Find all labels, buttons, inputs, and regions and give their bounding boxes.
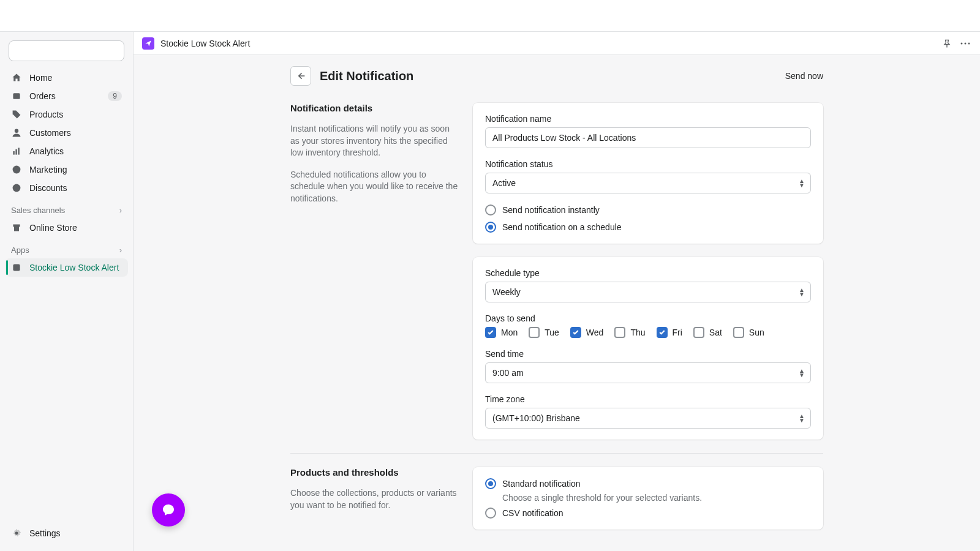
checkbox[interactable]: [733, 327, 744, 338]
radio-label: Send notification on a schedule: [502, 222, 622, 232]
send-time-select[interactable]: 9:00 am: [485, 362, 811, 383]
card-products: Standard notification Choose a single th…: [473, 467, 823, 530]
back-button[interactable]: [290, 66, 311, 86]
timezone-select[interactable]: (GMT+10:00) Brisbane: [485, 408, 811, 429]
gear-icon: [11, 528, 22, 539]
sidebar-item-discounts[interactable]: Discounts: [5, 179, 128, 197]
field-label: Schedule type: [485, 268, 811, 278]
app-logo-icon: [142, 37, 154, 50]
day-label: Sun: [749, 328, 764, 337]
sidebar-item-customers[interactable]: Customers: [5, 124, 128, 142]
day-label: Tue: [545, 328, 559, 337]
svg-rect-2: [13, 151, 14, 155]
sidebar-item-label: Settings: [29, 528, 61, 538]
field-label: Notification name: [485, 114, 811, 124]
schedule-type-select[interactable]: Weekly: [485, 282, 811, 302]
app-header: Stockie Low Stock Alert: [134, 32, 980, 55]
day-label: Mon: [501, 328, 518, 337]
checkbox[interactable]: [570, 327, 581, 338]
checkbox[interactable]: [529, 327, 540, 338]
section-description: Choose the collections, products or vari…: [290, 487, 458, 511]
sidebar-item-label: Analytics: [29, 146, 64, 156]
sidebar-item-label: Discounts: [29, 183, 67, 193]
section-description: Instant notifications will notify you as…: [290, 123, 458, 159]
sidebar-item-stockie-app[interactable]: Stockie Low Stock Alert: [5, 258, 128, 277]
day-checkbox-sat[interactable]: Sat: [693, 327, 722, 338]
day-checkbox-sun[interactable]: Sun: [733, 327, 764, 338]
divider: [290, 453, 823, 454]
sidebar-item-label: Products: [29, 110, 63, 119]
discount-icon: [11, 182, 22, 193]
sidebar-item-settings[interactable]: Settings: [5, 524, 128, 542]
field-label: Days to send: [485, 313, 811, 323]
chat-fab[interactable]: [152, 493, 185, 527]
more-icon[interactable]: [959, 37, 971, 50]
notification-status-select[interactable]: Active: [485, 173, 811, 193]
section-apps[interactable]: Apps ›: [5, 237, 128, 258]
card-schedule: Schedule type Weekly ▲▼ Days to send Mon…: [473, 257, 823, 440]
day-checkbox-thu[interactable]: Thu: [614, 327, 645, 338]
checkbox[interactable]: [485, 327, 496, 338]
radio-standard-notification[interactable]: [485, 478, 496, 489]
checkbox[interactable]: [614, 327, 625, 338]
day-checkbox-mon[interactable]: Mon: [485, 327, 518, 338]
orders-icon: [11, 91, 22, 102]
svg-point-5: [13, 166, 21, 174]
radio-label: CSV notification: [502, 508, 564, 518]
pin-icon[interactable]: [941, 37, 953, 50]
radio-instant[interactable]: [485, 204, 496, 216]
svg-rect-4: [18, 148, 19, 154]
section-sales-channels[interactable]: Sales channels ›: [5, 197, 128, 219]
section-label: Sales channels: [11, 206, 65, 215]
checkbox[interactable]: [693, 327, 704, 338]
sidebar-item-home[interactable]: Home: [5, 69, 128, 87]
radio-csv-notification[interactable]: [485, 508, 496, 519]
sidebar-item-label: Customers: [29, 128, 71, 138]
svg-point-6: [13, 184, 21, 192]
day-checkbox-tue[interactable]: Tue: [529, 327, 559, 338]
day-checkbox-fri[interactable]: Fri: [657, 327, 682, 338]
sidebar-item-online-store[interactable]: Online Store: [5, 219, 128, 237]
home-icon: [11, 72, 22, 83]
svg-point-11: [965, 42, 967, 44]
sidebar-item-orders[interactable]: Orders 9: [5, 87, 128, 105]
marketing-icon: [11, 164, 22, 175]
day-label: Thu: [630, 328, 645, 337]
radio-label: Standard notification: [502, 479, 581, 489]
section-heading: Notification details: [290, 103, 458, 113]
chevron-right-icon: ›: [119, 206, 122, 215]
sidebar-item-marketing[interactable]: Marketing: [5, 160, 128, 179]
card-notification-details: Notification name Notification status Ac…: [473, 103, 823, 244]
sidebar-item-label: Stockie Low Stock Alert: [29, 263, 119, 272]
sidebar-item-analytics[interactable]: Analytics: [5, 142, 128, 160]
checkbox[interactable]: [657, 327, 668, 338]
orders-badge: 9: [108, 91, 122, 101]
analytics-icon: [11, 146, 22, 157]
radio-sublabel: Choose a single threshold for your selec…: [502, 493, 811, 503]
sidebar-item-label: Marketing: [29, 165, 67, 174]
customer-icon: [11, 127, 22, 138]
field-label: Time zone: [485, 394, 811, 404]
section-description: Scheduled notifications allow you to sch…: [290, 169, 458, 205]
day-label: Wed: [586, 328, 604, 337]
svg-point-12: [968, 42, 970, 44]
search-input[interactable]: [9, 40, 124, 61]
radio-schedule[interactable]: [485, 222, 496, 233]
field-label: Send time: [485, 349, 811, 359]
svg-rect-0: [13, 93, 20, 99]
svg-rect-3: [15, 149, 17, 155]
chevron-right-icon: ›: [119, 246, 122, 255]
sidebar-item-label: Online Store: [29, 223, 77, 233]
field-label: Notification status: [485, 159, 811, 169]
app-title: Stockie Low Stock Alert: [160, 39, 250, 48]
day-label: Fri: [673, 328, 682, 337]
svg-point-10: [961, 42, 963, 44]
sidebar-item-label: Home: [29, 73, 52, 83]
store-icon: [11, 222, 22, 233]
send-now-button[interactable]: Send now: [785, 71, 823, 81]
radio-label: Send notification instantly: [502, 205, 600, 215]
notification-name-input[interactable]: [485, 127, 811, 148]
day-checkbox-wed[interactable]: Wed: [570, 327, 604, 338]
section-heading: Products and thresholds: [290, 467, 458, 478]
sidebar-item-products[interactable]: Products: [5, 105, 128, 124]
